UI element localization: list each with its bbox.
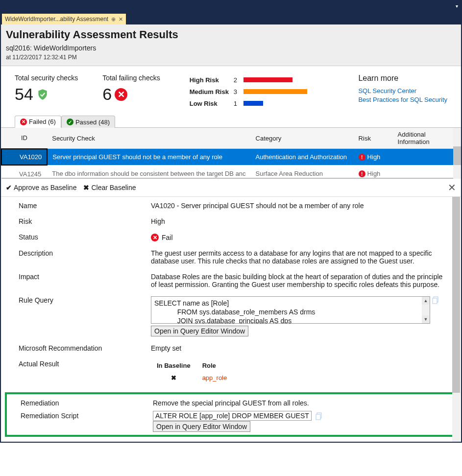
fail-icon: ✕ — [20, 119, 27, 125]
risk-high-label: High Risk — [190, 76, 234, 84]
remediation-label: Remediation — [21, 399, 153, 407]
risk-value: High — [151, 217, 449, 225]
tab-passed-label: Passed (48) — [75, 119, 110, 126]
fail-x-icon: ✕ — [115, 88, 127, 101]
copy-icon[interactable] — [432, 296, 439, 304]
risk-high-icon: ! — [359, 170, 365, 177]
col-role: Role — [196, 360, 233, 371]
remediation-script-text[interactable]: ALTER ROLE [app_role] DROP MEMBER GUEST — [153, 411, 312, 421]
status-label: Status — [19, 233, 151, 242]
risk-high-bar — [243, 77, 292, 82]
open-query-editor-button[interactable]: Open in Query Editor Window — [151, 326, 248, 336]
total-checks-label: Total security checks — [15, 74, 78, 82]
cell-risk: !High — [354, 149, 393, 165]
failing-checks-label: Total failing checks — [102, 74, 160, 82]
tab-failed[interactable]: ✕ Failed (6) — [15, 116, 61, 128]
close-details-button[interactable]: ✕ — [448, 182, 456, 193]
document-tab[interactable]: WideWorldImporter...ability Assessment ⊕… — [2, 14, 126, 24]
close-icon[interactable]: ✕ — [119, 16, 123, 23]
server-db-label: sql2016: WideWorldImporters — [6, 44, 456, 52]
pin-icon[interactable]: ⊕ — [111, 16, 116, 23]
cell-category: Authentication and Authorization — [251, 149, 354, 165]
actual-result-table: In BaselineRole ✖app_role — [151, 360, 233, 384]
shield-check-icon — [36, 88, 49, 101]
x-icon: ✖ — [83, 184, 89, 191]
description-label: Description — [19, 249, 151, 265]
check-icon: ✔ — [6, 184, 12, 191]
tab-failed-label: Failed (6) — [29, 118, 56, 125]
cell-id: VA1020 — [1, 149, 47, 165]
pass-icon: ✓ — [67, 119, 73, 125]
risk-high-count: 2 — [234, 76, 243, 84]
risk-high-icon: ! — [359, 154, 365, 161]
clear-baseline-button[interactable]: ✖ Clear Baseline — [83, 184, 136, 191]
open-query-editor-button[interactable]: Open in Query Editor Window — [153, 421, 250, 432]
cell-check: The dbo information should be consistent… — [47, 165, 250, 178]
report-header: Vulnerability Assessment Results sql2016… — [1, 24, 461, 66]
details-toolbar: ✔ Approve as Baseline ✖ Clear Baseline ✕ — [1, 179, 461, 197]
page-title: Vulnerability Assessment Results — [6, 28, 456, 41]
not-in-baseline-icon: ✖ — [171, 374, 176, 381]
result-filter-tabs: ✕ Failed (6) ✓ Passed (48) — [1, 115, 461, 128]
fail-icon: ✕ — [151, 234, 159, 241]
remediation-script-label: Remediation Script — [21, 412, 153, 432]
tab-passed[interactable]: ✓ Passed (48) — [61, 116, 115, 128]
col-in-baseline: In Baseline — [151, 360, 196, 371]
rule-query-text[interactable]: SELECT name as [Role] FROM sys.database_… — [151, 296, 430, 324]
failing-checks-metric: Total failing checks 6 ✕ — [102, 74, 160, 104]
table-row[interactable]: VA1020 Server principal GUEST should not… — [1, 149, 461, 165]
cell-category: Surface Area Reduction — [251, 165, 354, 178]
remediation-value: Remove the special principal GUEST from … — [153, 399, 447, 407]
risk-medium-count: 3 — [234, 88, 243, 95]
name-label: Name — [19, 202, 151, 210]
document-tabstrip: WideWorldImporter...ability Assessment ⊕… — [1, 11, 461, 24]
link-sql-security-center[interactable]: SQL Security Center — [358, 87, 447, 95]
total-checks-value: 54 — [15, 85, 33, 104]
results-grid-wrap: ID Security Check Category Risk Addition… — [1, 128, 461, 179]
results-grid[interactable]: ID Security Check Category Risk Addition… — [1, 128, 461, 179]
learn-more-panel: Learn more SQL Security Center Best Prac… — [358, 74, 447, 104]
risk-medium-label: Medium Risk — [190, 88, 234, 95]
titlebar-menu-icon[interactable]: ▾ — [456, 3, 458, 9]
timestamp-label: at 11/22/2017 12:32:41 PM — [6, 54, 456, 61]
table-row[interactable]: VA1245 The dbo information should be con… — [1, 165, 461, 178]
actual-result-label: Actual Result — [19, 360, 151, 384]
ms-recommendation-value: Empty set — [151, 344, 449, 352]
impact-value: Database Roles are the basic building bl… — [151, 273, 449, 288]
cell-id: VA1245 — [1, 165, 47, 178]
cell-risk: !High — [354, 165, 393, 178]
risk-low-count: 1 — [234, 100, 243, 107]
risk-medium-bar — [243, 89, 307, 94]
failing-checks-value: 6 — [102, 85, 112, 104]
svg-rect-1 — [433, 298, 437, 304]
svg-rect-3 — [316, 414, 320, 420]
approve-baseline-button[interactable]: ✔ Approve as Baseline — [6, 184, 76, 191]
col-risk[interactable]: Risk — [354, 128, 393, 149]
col-check[interactable]: Security Check — [47, 128, 250, 149]
col-additional[interactable]: Additional Information — [393, 128, 461, 149]
ms-recommendation-label: Microsoft Recommendation — [19, 344, 151, 352]
col-id[interactable]: ID — [1, 128, 47, 149]
scrollbar[interactable] — [452, 197, 460, 442]
col-category[interactable]: Category — [251, 128, 354, 149]
details-panel: Name VA1020 - Server principal GUEST sho… — [1, 197, 461, 442]
link-best-practices[interactable]: Best Practices for SQL Security — [358, 95, 447, 104]
risk-label: Risk — [19, 217, 151, 225]
risk-breakdown: High Risk 2 Medium Risk 3 Low Risk 1 — [190, 74, 307, 109]
risk-low-label: Low Risk — [190, 100, 234, 107]
learn-more-title: Learn more — [358, 74, 447, 83]
scrollbar[interactable] — [453, 128, 461, 179]
summary-panel: Total security checks 54 Total failing c… — [1, 66, 461, 113]
description-value: The guest user permits access to a datab… — [151, 249, 449, 265]
remediation-highlight: Remediation Remove the special principal… — [5, 392, 459, 437]
total-checks-metric: Total security checks 54 — [15, 74, 78, 104]
impact-label: Impact — [19, 273, 151, 288]
rule-query-label: Rule Query — [19, 296, 151, 336]
actual-role-value: app_role — [196, 371, 233, 384]
name-value: VA1020 - Server principal GUEST should n… — [151, 202, 449, 210]
copy-icon[interactable] — [316, 412, 322, 420]
document-tab-title: WideWorldImporter...ability Assessment — [5, 16, 108, 23]
cell-check: Server principal GUEST should not be a m… — [47, 149, 250, 165]
window-titlebar: ▾ — [1, 1, 461, 11]
risk-low-bar — [243, 101, 263, 106]
